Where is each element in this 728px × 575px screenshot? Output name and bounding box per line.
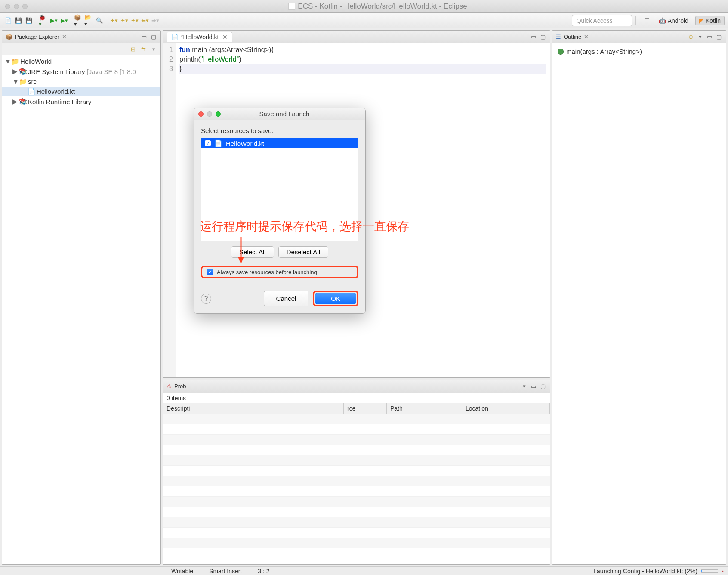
perspective-android[interactable]: 🤖 Android: [655, 16, 692, 25]
chevron-down-icon[interactable]: ▼: [5, 58, 10, 65]
dialog-minimize-icon: [207, 111, 212, 117]
view-menu-icon[interactable]: ▾: [697, 34, 703, 40]
tree-file[interactable]: 📄 HelloWorld.kt: [2, 87, 160, 96]
table-row: [163, 455, 550, 466]
resource-label: HelloWorld.kt: [226, 140, 264, 147]
maximize-icon[interactable]: ▢: [150, 34, 157, 40]
open-type-button[interactable]: 📂▾: [84, 16, 94, 25]
resource-checkbox-icon[interactable]: ✓: [205, 140, 211, 146]
editor-tab[interactable]: 📄 *HelloWorld.kt ✕: [167, 32, 232, 42]
line-number: 2: [163, 55, 173, 64]
table-row: [163, 466, 550, 476]
android-icon: 🤖: [659, 17, 666, 24]
dialog-title: Save and Launch: [221, 110, 365, 117]
nav-button[interactable]: ✦▾: [130, 16, 139, 25]
file-icon: [288, 3, 295, 10]
focus-icon[interactable]: ⊙: [687, 34, 694, 40]
table-row: [163, 414, 550, 424]
debug-button[interactable]: 🐞▾: [39, 16, 48, 25]
table-row: [163, 486, 550, 497]
package-explorer-toolbar: ⊟ ⇆ ▾: [2, 43, 160, 55]
view-menu-icon[interactable]: ▾: [521, 383, 527, 390]
dialog-close-icon[interactable]: [198, 111, 204, 117]
back-button[interactable]: ⬅▾: [140, 16, 150, 25]
minimize-window-icon[interactable]: [14, 4, 19, 9]
save-button[interactable]: 💾: [14, 16, 23, 25]
quick-access-input[interactable]: Quick Access: [572, 15, 632, 26]
chevron-right-icon[interactable]: ▶: [12, 68, 18, 75]
annotation-arrow-icon: [234, 235, 247, 266]
search-button[interactable]: 🔍: [95, 16, 104, 25]
maximize-icon[interactable]: ▢: [540, 34, 546, 40]
new-button[interactable]: 📄: [3, 16, 13, 25]
col-resource[interactable]: rce: [344, 403, 387, 414]
outline-header: ☰ Outline ✕ ⊙ ▾ ▭ ▢: [552, 31, 726, 43]
minimize-icon[interactable]: ▭: [530, 34, 537, 40]
minimize-icon[interactable]: ▭: [141, 34, 148, 40]
tree-src[interactable]: ▼ 📁 src: [2, 77, 160, 87]
resource-item[interactable]: ✓ 📄 HelloWorld.kt: [201, 138, 358, 148]
col-path[interactable]: Path: [387, 403, 462, 414]
chevron-right-icon[interactable]: ▶: [12, 98, 18, 105]
minimize-icon[interactable]: ▭: [530, 383, 537, 390]
close-view-icon[interactable]: ✕: [584, 34, 589, 40]
library-icon: 📚: [19, 98, 26, 105]
table-row: [163, 445, 550, 455]
table-row: [163, 507, 550, 517]
line-number: 1: [163, 45, 173, 55]
close-window-icon[interactable]: [5, 4, 10, 9]
package-explorer-title: Package Explorer: [15, 34, 59, 40]
deselect-all-button[interactable]: Deselect All: [278, 246, 328, 258]
table-row: [163, 528, 550, 538]
ok-button[interactable]: OK: [315, 293, 356, 304]
package-explorer-header: 📦 Package Explorer ✕ ▭ ▢: [2, 31, 160, 43]
save-all-button[interactable]: 💾: [24, 16, 34, 25]
new-package-button[interactable]: 📦▾: [74, 16, 83, 25]
tree-jre[interactable]: ▶ 📚 JRE System Library [Java SE 8 [1.8.0: [2, 66, 160, 77]
forward-button[interactable]: ➡▾: [151, 16, 160, 25]
tree-project[interactable]: ▼ 📁 HelloWorld: [2, 56, 160, 66]
chevron-down-icon[interactable]: ▼: [12, 78, 18, 85]
project-folder-icon: 📁: [12, 58, 19, 65]
dialog-titlebar[interactable]: Save and Launch: [194, 108, 365, 120]
table-row: [163, 497, 550, 507]
dialog-zoom-icon[interactable]: [216, 111, 221, 117]
maximize-icon[interactable]: ▢: [716, 34, 722, 40]
zoom-window-icon[interactable]: [22, 4, 28, 9]
run-last-button[interactable]: ▶▾: [59, 16, 69, 25]
table-row: [163, 476, 550, 486]
open-perspective-button[interactable]: 🗔: [642, 16, 652, 25]
table-row: [163, 424, 550, 435]
toggle-button[interactable]: ✦▾: [109, 16, 119, 25]
editor-header: 📄 *HelloWorld.kt ✕ ▭ ▢: [163, 31, 550, 43]
maximize-icon[interactable]: ▢: [540, 383, 546, 390]
view-menu-icon[interactable]: ▾: [150, 46, 157, 53]
run-button[interactable]: ▶▾: [49, 16, 59, 25]
library-icon: 📚: [19, 68, 26, 75]
pin-button[interactable]: ✦▾: [120, 16, 129, 25]
cancel-button[interactable]: Cancel: [264, 291, 309, 306]
help-button[interactable]: ?: [201, 294, 211, 304]
window-title: ECS - Kotlin - HelloWorld/src/HelloWorld…: [28, 2, 728, 11]
col-description[interactable]: Descripti: [163, 403, 344, 414]
tree-label: src: [28, 78, 37, 85]
view-close-icon[interactable]: ✕: [62, 34, 67, 40]
link-editor-icon[interactable]: ⇆: [140, 46, 147, 53]
progress-stop-icon[interactable]: ▪: [722, 568, 724, 575]
table-row: [163, 538, 550, 548]
perspective-kotlin[interactable]: ◤ Kotlin: [695, 16, 725, 25]
tree-kotlin-lib[interactable]: ▶ 📚 Kotlin Runtime Library: [2, 96, 160, 107]
outline-icon: ☰: [556, 34, 561, 40]
svg-marker-1: [238, 257, 244, 264]
tree-label: JRE System Library: [28, 68, 85, 75]
table-row: [163, 435, 550, 445]
outline-method[interactable]: main(args : Array<String>): [556, 47, 722, 56]
table-row: [163, 517, 550, 528]
minimize-icon[interactable]: ▭: [706, 34, 713, 40]
collapse-all-icon[interactable]: ⊟: [130, 46, 136, 53]
always-save-checkbox[interactable]: ✓: [207, 269, 213, 275]
col-location[interactable]: Location: [462, 403, 550, 414]
close-tab-icon[interactable]: ✕: [222, 34, 228, 40]
source-folder-icon: 📁: [19, 78, 26, 85]
progress-bar: [701, 569, 718, 573]
